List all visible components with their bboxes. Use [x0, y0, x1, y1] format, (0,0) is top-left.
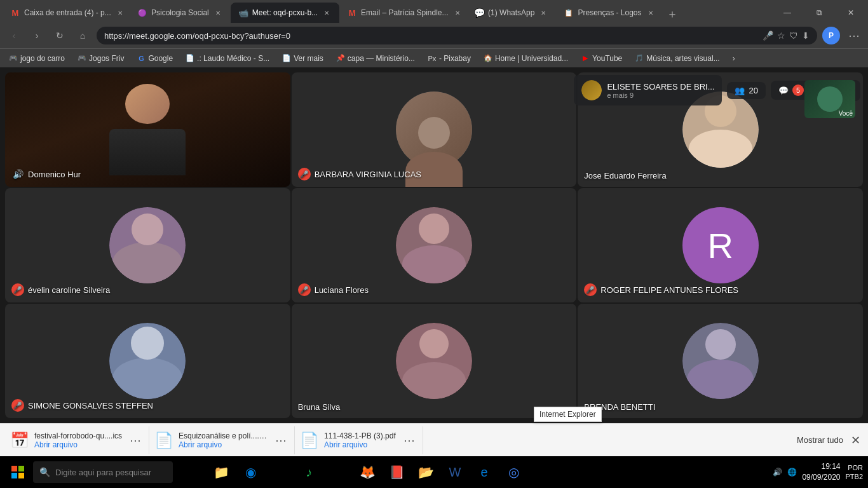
avatar-simone: [109, 323, 186, 399]
task-view-button[interactable]: ⧉: [178, 458, 206, 486]
bookmark-laudo[interactable]: 📄 .: Laudo Médico - S...: [182, 53, 273, 64]
network-icon[interactable]: 🌐: [787, 468, 797, 477]
tab-psicologia-label: Psicologia Social: [151, 8, 209, 17]
close-button[interactable]: ✕: [836, 3, 865, 23]
name-jose: Jose Eduardo Ferreira: [584, 171, 666, 180]
address-bar: ‹ › ↻ ⌂ https://meet.google.com/oqd-pcxu…: [0, 23, 868, 48]
tab-bar: M Caixa de entrada (4) - p... ✕ 🟣 Psicol…: [0, 0, 868, 23]
participants-icon: 👥: [735, 86, 745, 95]
email-tab-icon: M: [347, 8, 357, 18]
folder-icon[interactable]: 📂: [412, 458, 440, 486]
participant-name-domenico: 🔊 Domenico Hur: [11, 168, 81, 180]
mute-icon-barbara: 🎤: [298, 168, 311, 180]
bookmark-friv[interactable]: 🎮 Jogos Friv: [74, 53, 128, 64]
bookmark-vermais[interactable]: 📄 Ver mais: [278, 53, 327, 64]
tab-gmail[interactable]: M Caixa de entrada (4) - p... ✕: [3, 3, 130, 23]
volume-icon[interactable]: 🔊: [773, 468, 782, 477]
taskbar-search[interactable]: 🔍 Digite aqui para pesquisar: [33, 461, 173, 483]
download-ext-icon[interactable]: ⬇: [802, 30, 810, 41]
restore-button[interactable]: ⧉: [804, 3, 834, 23]
tab-email[interactable]: M Email – Patrícia Spindle... ✕: [339, 3, 466, 23]
tab-meet-close[interactable]: ✕: [322, 8, 332, 18]
download-open-3[interactable]: Abrir arquivo: [324, 440, 396, 449]
user-profile-button[interactable]: P: [822, 27, 840, 44]
avatar-roger: R: [682, 207, 759, 283]
bookmark-pixabay-icon: Px: [428, 54, 437, 63]
back-button[interactable]: ‹: [5, 27, 23, 44]
name-roger: ROGER FELIPE ANTUNES FLORES: [600, 285, 738, 295]
url-input[interactable]: https://meet.google.com/oqd-pcxu-bcy?aut…: [97, 27, 817, 44]
mail-icon[interactable]: ✉: [266, 458, 294, 486]
tab-whatsapp[interactable]: 💬 (1) WhatsApp ✕: [466, 3, 556, 23]
bookmark-musica-label: Música, artes visual...: [646, 54, 719, 63]
reload-button[interactable]: ↻: [51, 27, 69, 44]
edge-icon[interactable]: ◉: [236, 458, 264, 486]
chrome-icon[interactable]: ◎: [499, 458, 527, 486]
tab-presencas[interactable]: 📋 Presenças - Logos ✕: [556, 3, 663, 23]
bookmark-home-icon: 🏠: [484, 54, 492, 63]
system-tray: 🔊 🌐 19:14 09/09/2020 POR PTB2: [773, 461, 863, 483]
forward-button[interactable]: ›: [28, 27, 46, 44]
participant-name-luciana: 🎤 Luciana Flores: [298, 283, 369, 296]
participant-toast: ELISETE SOARES DE BRI... e mais 9: [574, 75, 722, 105]
toast-sub: e mais 9: [607, 92, 714, 99]
participant-tile-domenico: 🔊 Domenico Hur: [5, 72, 290, 187]
bookmark-youtube-label: YouTube: [592, 54, 622, 63]
tab-meet[interactable]: 📹 Meet: oqd-pcxu-b... ✕: [231, 3, 339, 23]
participants-button[interactable]: 👥 20: [727, 82, 765, 99]
spotify-icon[interactable]: ♪: [295, 458, 323, 486]
bookmark-youtube[interactable]: ▶ YouTube: [577, 53, 626, 64]
mic-icon[interactable]: 🎤: [763, 30, 773, 41]
download-open-2[interactable]: Abrir arquivo: [179, 440, 268, 449]
ie-taskbar-icon[interactable]: e: [470, 458, 498, 486]
tab-gmail-close[interactable]: ✕: [115, 8, 125, 18]
ie-tooltip: Internet Explorer: [534, 407, 602, 422]
tab-whatsapp-close[interactable]: ✕: [538, 8, 548, 18]
bookmark-jogo[interactable]: 🎮 jogo do carro: [5, 53, 69, 64]
tab-psicologia-close[interactable]: ✕: [213, 8, 223, 18]
meet-top-bar: ELISETE SOARES DE BRI... e mais 9 👥 20 💬…: [574, 75, 860, 105]
bookmark-capa[interactable]: 📌 capa — Ministério...: [332, 53, 419, 64]
bookmarks-more-button[interactable]: ›: [729, 53, 739, 64]
meet-container: ELISETE SOARES DE BRI... e mais 9 👥 20 💬…: [0, 67, 868, 423]
media-icon[interactable]: ▶: [324, 458, 352, 486]
bookmark-home[interactable]: 🏠 Home | Universidad...: [480, 53, 572, 64]
tab-presencas-close[interactable]: ✕: [646, 8, 656, 18]
download-more-3[interactable]: ⋯: [401, 433, 417, 447]
star-icon[interactable]: ☆: [777, 30, 785, 41]
download-more-2[interactable]: ⋯: [273, 433, 289, 447]
firefox-icon[interactable]: 🦊: [353, 458, 381, 486]
mute-icon-evelin: 🎤: [11, 283, 24, 296]
download-open-1[interactable]: Abrir arquivo: [34, 440, 122, 449]
bookmark-home-label: Home | Universidad...: [495, 54, 568, 63]
download-icon-3: 📄: [300, 431, 319, 449]
download-item-1: 📅 festival-forrobodo-qu....ics Abrir arq…: [5, 426, 149, 454]
bookmark-pixabay[interactable]: Px - Pixabay: [424, 53, 475, 64]
participant-name-evelin: 🎤 évelin caroline Silveira: [11, 283, 110, 296]
psico-tab-icon: 🟣: [137, 8, 147, 18]
new-tab-button[interactable]: ＋: [663, 5, 681, 23]
word-icon[interactable]: W: [441, 458, 469, 486]
name-barbara: BARBARA VIRGINIA LUCAS: [315, 170, 421, 179]
name-simone: SIMONE GONSALVES STEFFEN: [28, 401, 153, 410]
download-more-1[interactable]: ⋯: [127, 433, 144, 447]
avatar-luciana: [396, 207, 472, 283]
participant-tile-brenda: BRENDA BENETTI: [578, 304, 863, 418]
close-downloads-button[interactable]: ✕: [848, 433, 863, 447]
acrobat-icon[interactable]: 📕: [383, 458, 410, 486]
tab-psicologia[interactable]: 🟣 Psicologia Social ✕: [130, 3, 231, 23]
tab-email-close[interactable]: ✕: [452, 8, 463, 18]
shield-icon[interactable]: 🛡: [789, 30, 798, 41]
minimize-button[interactable]: —: [773, 3, 802, 23]
toast-info: ELISETE SOARES DE BRI... e mais 9: [607, 82, 714, 99]
bookmark-musica[interactable]: 🎵 Música, artes visual...: [631, 53, 723, 64]
home-button[interactable]: ⌂: [74, 27, 92, 44]
toast-name: ELISETE SOARES DE BRI...: [607, 82, 714, 92]
bookmark-google[interactable]: G Google: [133, 53, 177, 64]
show-all-button[interactable]: Mostrar tudo: [792, 433, 848, 447]
bookmark-pixabay-label: - Pixabay: [439, 54, 471, 63]
file-explorer-icon[interactable]: 📁: [207, 458, 235, 486]
more-options-button[interactable]: ⋯: [845, 27, 863, 44]
start-button[interactable]: [5, 459, 31, 485]
url-icons: 🎤 ☆ 🛡 ⬇: [763, 30, 810, 41]
